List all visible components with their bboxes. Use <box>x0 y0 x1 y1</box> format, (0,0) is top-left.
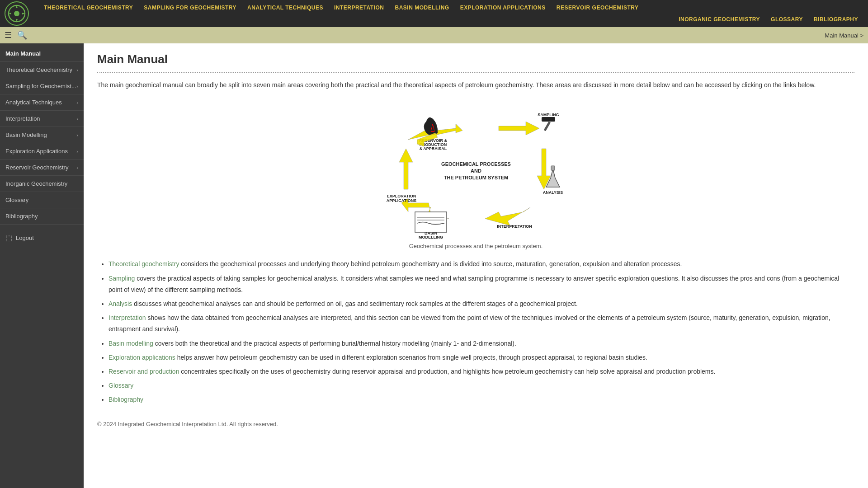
nav-row-2: INORGANIC GEOCHEMISTRY GLOSSARY BIBLIOGR… <box>38 14 863 25</box>
link-sampling[interactable]: Sampling <box>108 275 135 282</box>
text-interpretation: shows how the data obtained from geochem… <box>108 314 830 333</box>
list-item-theoretical: Theoretical geochemistry considers the g… <box>108 258 854 270</box>
exploration-label2: APPLICATIONS <box>386 198 416 203</box>
menu-icon[interactable]: ☰ <box>5 30 12 40</box>
toolbar-left: ☰ 🔍 <box>5 30 27 40</box>
nav-exploration-applications[interactable]: EXPLORATION APPLICATIONS <box>455 2 551 14</box>
page-title: Main Manual <box>97 52 854 66</box>
chevron-right-icon: › <box>76 132 78 138</box>
chevron-right-icon: › <box>76 116 78 122</box>
basin-label2: MODELLING <box>419 235 443 239</box>
link-analysis[interactable]: Analysis <box>108 300 132 307</box>
sidebar-label-interpretation: Interpretation <box>5 115 40 122</box>
chevron-right-icon: › <box>76 149 78 154</box>
geochemical-diagram: GEOCHEMICAL PROCESSES AND THE PETROLEUM … <box>381 99 571 239</box>
svg-point-2 <box>14 11 19 16</box>
sidebar-label-bibliography: Bibliography <box>5 213 38 220</box>
text-basin: covers both the theoretical and the prac… <box>155 340 516 347</box>
nav-row-1: THEORETICAL GEOCHEMISTRY SAMPLING FOR GE… <box>38 2 644 14</box>
text-analysis: discusses what geochemical analyses can … <box>134 300 578 307</box>
breadcrumb: Main Manual > <box>825 32 863 39</box>
link-theoretical[interactable]: Theoretical geochemistry <box>108 260 179 267</box>
nav-basin-modelling[interactable]: BASIN MODELLING <box>390 2 455 14</box>
list-item-glossary: Glossary <box>108 380 854 391</box>
link-exploration[interactable]: Exploration applications <box>108 354 175 361</box>
sidebar-item-theoretical-geochemistry[interactable]: Theoretical Geochemistry › <box>0 62 84 78</box>
layout: Main Manual Theoretical Geochemistry › S… <box>0 43 868 488</box>
sidebar-item-bibliography[interactable]: Bibliography <box>0 208 84 225</box>
arrow-to-sampling <box>499 122 539 135</box>
link-glossary[interactable]: Glossary <box>108 382 133 389</box>
sidebar-item-inorganic[interactable]: Inorganic Geochemistry <box>0 176 84 192</box>
sidebar-item-main-manual[interactable]: Main Manual <box>0 46 84 62</box>
chevron-right-icon: › <box>76 67 78 73</box>
text-theoretical: considers the geochemical processes and … <box>181 260 682 267</box>
list-item-reservoir: Reservoir and production concentrates sp… <box>108 366 854 377</box>
sidebar-item-glossary[interactable]: Glossary <box>0 192 84 208</box>
sidebar-label-theoretical: Theoretical Geochemistry <box>5 66 72 73</box>
intro-text: The main geochemical manual can broadly … <box>97 80 854 90</box>
arrow-to-exploration <box>399 149 413 189</box>
text-reservoir: concentrates specifically on the uses of… <box>181 368 715 375</box>
sidebar-item-basin-modelling[interactable]: Basin Modelling › <box>0 127 84 143</box>
hammer-handle <box>543 122 550 131</box>
chevron-right-icon: › <box>76 100 78 105</box>
interpretation-label: INTERPRETATION <box>497 224 532 229</box>
text-exploration: helps answer how petroleum geochemistry … <box>177 354 647 361</box>
sidebar-item-analytical[interactable]: Analytical Techniques › <box>0 94 84 111</box>
logout-icon: ⬚ <box>5 234 12 242</box>
nav-inorganic-geochemistry[interactable]: INORGANIC GEOCHEMISTRY <box>673 14 765 25</box>
sidebar-label-exploration: Exploration Applications <box>5 148 68 155</box>
sidebar-label-glossary: Glossary <box>5 197 28 203</box>
list-item-analysis: Analysis discusses what geochemical anal… <box>108 298 854 310</box>
nav-reservoir-geochemistry[interactable]: RESERVOIR GEOCHEMISTRY <box>551 2 644 14</box>
diagram-center-label3: THE PETROLEUM SYSTEM <box>443 175 508 180</box>
logo[interactable] <box>5 1 29 26</box>
chevron-right-icon: › <box>76 84 78 89</box>
diagram-container: GEOCHEMICAL PROCESSES AND THE PETROLEUM … <box>97 99 854 249</box>
sidebar: Main Manual Theoretical Geochemistry › S… <box>0 43 84 488</box>
nav-analytical-techniques[interactable]: ANALYTICAL TECHNIQUES <box>242 2 329 14</box>
list-item-basin: Basin modelling covers both the theoreti… <box>108 338 854 349</box>
sidebar-item-reservoir-geochemistry[interactable]: Reservoir Geochemistry › <box>0 160 84 176</box>
logout-button[interactable]: ⬚ Logout <box>0 229 84 247</box>
nav-links: THEORETICAL GEOCHEMISTRY SAMPLING FOR GE… <box>38 2 863 25</box>
footer-text: © 2024 Integrated Geochemical Interpreta… <box>97 416 854 427</box>
title-divider <box>97 72 854 73</box>
logout-label: Logout <box>16 235 34 241</box>
flask-neck <box>551 166 555 170</box>
nav-sampling-for-geochemistry[interactable]: SAMPLING FOR GEOCHEMISTRY <box>138 2 242 14</box>
nav-bibliography[interactable]: BIBLIOGRAPHY <box>808 14 863 25</box>
exploration-label1: EXPLORATION <box>387 194 415 198</box>
sidebar-item-sampling[interactable]: Sampling for Geochemist... › <box>0 78 84 94</box>
sidebar-label-reservoir: Reservoir Geochemistry <box>5 164 68 171</box>
link-reservoir[interactable]: Reservoir and production <box>108 368 179 375</box>
sidebar-item-interpretation[interactable]: Interpretation › <box>0 111 84 127</box>
sidebar-label-basin: Basin Modelling <box>5 131 47 138</box>
sidebar-label-sampling: Sampling for Geochemist... <box>5 83 76 89</box>
text-sampling: covers the practical aspects of taking s… <box>108 275 839 293</box>
sidebar-label-inorganic: Inorganic Geochemistry <box>5 180 67 187</box>
diagram-caption: Geochemical processes and the petroleum … <box>409 243 543 249</box>
link-basin[interactable]: Basin modelling <box>108 340 153 347</box>
sampling-label: SAMPLING <box>538 113 559 117</box>
link-bibliography[interactable]: Bibliography <box>108 396 143 403</box>
nav-theoretical-geochemistry[interactable]: THEORETICAL GEOCHEMISTRY <box>38 2 138 14</box>
list-item-interpretation: Interpretation shows how the data obtain… <box>108 312 854 335</box>
content-list: Theoretical geochemistry considers the g… <box>97 258 854 405</box>
sidebar-label-main-manual: Main Manual <box>5 50 41 57</box>
reservoir-label3: & APPRAISAL <box>419 146 447 151</box>
oil-drop <box>424 117 438 135</box>
nav-interpretation[interactable]: INTERPRETATION <box>329 2 390 14</box>
chevron-right-icon: › <box>76 165 78 170</box>
diagram-center-label2: AND <box>471 168 481 174</box>
sidebar-item-exploration-applications[interactable]: Exploration Applications › <box>0 143 84 160</box>
link-interpretation[interactable]: Interpretation <box>108 314 146 321</box>
hammer-head <box>542 117 555 122</box>
main-content: Main Manual The main geochemical manual … <box>84 43 868 488</box>
diagram-center-label1: GEOCHEMICAL PROCESSES <box>441 161 511 167</box>
list-item-sampling: Sampling covers the practical aspects of… <box>108 273 854 296</box>
nav-glossary[interactable]: GLOSSARY <box>765 14 808 25</box>
arrow-to-interpretation <box>485 207 530 225</box>
search-icon[interactable]: 🔍 <box>17 30 27 40</box>
